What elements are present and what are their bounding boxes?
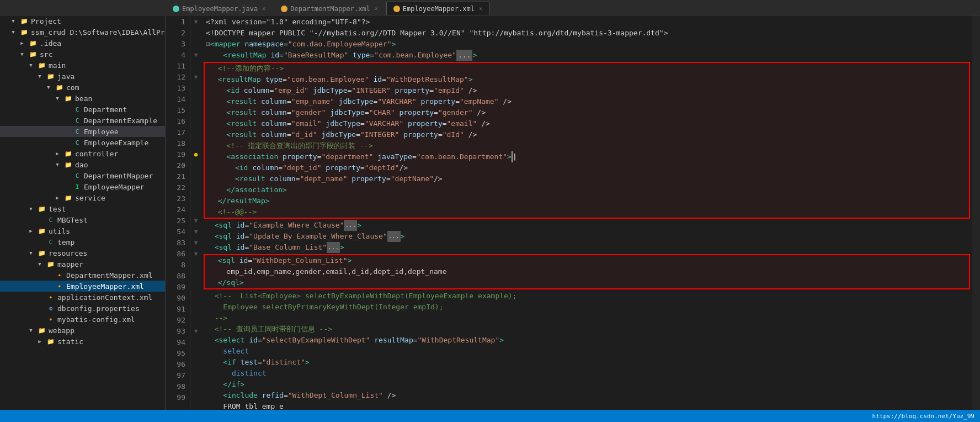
sidebar-item-ssm-crud[interactable]: ▼ 📁 ssm_crud D:\Software\IDEA\AllProject… — [0, 27, 165, 38]
code-text: = — [438, 129, 443, 140]
sidebar-item-dept-mapper-xml[interactable]: 🔸 DepartmentMapper.xml — [0, 270, 165, 281]
tab-employee-mapper-java[interactable]: EmployeeMapper.java × — [166, 2, 273, 15]
sidebar-item-test[interactable]: ▼ 📁 test — [0, 203, 165, 214]
code-text: "selectByExampleWithDept" — [262, 335, 370, 346]
code-text: = — [287, 129, 291, 140]
code-text: > — [340, 242, 344, 253]
sidebar-item-src[interactable]: ▼ 📁 src — [0, 49, 165, 60]
line-numbers: 1 2 3 4 11 12 13 14 15 16 17 18 19 20 21… — [166, 15, 190, 410]
sidebar-item-main[interactable]: ▼ 📁 main — [0, 60, 165, 71]
fold-marker[interactable]: ▼ — [190, 238, 201, 249]
code-text: property — [408, 118, 443, 129]
code-text: "empId" — [434, 85, 464, 96]
sidebar-label-emp-mapper: EmployeeMapper — [84, 183, 145, 191]
code-content[interactable]: <?xml version="1.0" encoding="UTF-8"?> <… — [201, 15, 972, 410]
code-text: = — [360, 162, 365, 173]
sidebar-item-service[interactable]: ▶ 📁 service — [0, 192, 165, 203]
sidebar-item-mapper-folder[interactable]: ▼ 📁 mapper — [0, 259, 165, 270]
sidebar-item-emp-mapper-xml[interactable]: 🔸 EmployeeMapper.xml — [0, 281, 165, 292]
tab-close-icon[interactable]: × — [375, 6, 378, 12]
sidebar-item-dept-mapper[interactable]: C DepartmentMapper — [0, 170, 165, 181]
tab-employee-mapper-xml[interactable]: EmployeeMapper.xml × — [386, 2, 489, 15]
code-text — [239, 85, 244, 96]
code-text: javaType — [377, 151, 412, 162]
code-text — [209, 85, 226, 96]
sidebar-item-utils[interactable]: ▶ 📁 utils — [0, 225, 165, 236]
code-text: property — [395, 85, 430, 96]
code-text: = — [365, 107, 369, 118]
code-text — [206, 335, 215, 346]
sidebar-item-employee-example[interactable]: C EmployeeExample — [0, 137, 165, 148]
sidebar-item-department-example[interactable]: C DepartmentExample — [0, 115, 165, 126]
tab-xml-active-icon — [393, 6, 400, 12]
sidebar-item-mybatis-config[interactable]: 🔸 mybatis-config.xml — [0, 314, 165, 325]
fold-marker[interactable]: ▼ — [190, 249, 201, 260]
sidebar-item-bean[interactable]: ▼ 📁 bean — [0, 93, 165, 104]
code-text: "com.bean.Employee" — [374, 50, 456, 61]
sidebar-item-controller[interactable]: ▶ 📁 controller — [0, 148, 165, 159]
tab-close-icon-active[interactable]: × — [479, 6, 482, 12]
code-text: --> — [206, 313, 227, 324]
code-text: <mapper — [210, 39, 241, 50]
code-text — [308, 85, 313, 96]
code-text — [206, 242, 215, 253]
code-line-97: </if> — [201, 379, 972, 390]
fold-marker[interactable]: ▼ — [190, 50, 201, 61]
sidebar-item-project[interactable]: ▼ 📁 Project — [0, 15, 165, 27]
code-text: </sql> — [218, 277, 244, 288]
sidebar-item-java[interactable]: ▼ 📁 java — [0, 71, 165, 82]
code-text — [399, 129, 403, 140]
triangle-right-icon: ▶ — [53, 193, 62, 202]
code-text — [206, 368, 232, 379]
sidebar-item-employee[interactable]: C Employee — [0, 126, 165, 137]
sidebar-item-temp[interactable]: C temp — [0, 236, 165, 247]
sidebar-item-com[interactable]: ▼ 📁 com — [0, 82, 165, 93]
fold-marker[interactable]: ▼ — [190, 215, 201, 226]
code-text: "emp_id" — [274, 85, 308, 96]
scrollbar-gutter[interactable] — [972, 15, 980, 410]
fold-marker[interactable]: ▼ — [190, 72, 201, 83]
code-text — [395, 107, 400, 118]
sidebar-item-dbconfig[interactable]: ⚙ dbconfig.properties — [0, 303, 165, 314]
sidebar-item-static[interactable]: ▶ 📁 static — [0, 336, 165, 347]
fold-marker[interactable]: ▼ — [190, 326, 201, 337]
code-text — [206, 390, 223, 401]
code-text: /> — [477, 118, 489, 129]
code-text: > — [347, 255, 351, 266]
sidebar-item-department[interactable]: C Department — [0, 104, 165, 115]
code-text: "distinct" — [262, 357, 305, 368]
code-text: "dId" — [443, 129, 464, 140]
folder-icon: 📁 — [64, 193, 73, 202]
code-text: Employee selectByPrimaryKeyWithDept(Inte… — [206, 302, 443, 313]
code-text: = — [244, 220, 249, 231]
tab-close-icon[interactable]: × — [262, 6, 265, 12]
tab-department-mapper-xml[interactable]: DepartmentMapper.xml × — [274, 2, 385, 15]
code-text — [206, 357, 223, 368]
sidebar-item-emp-mapper[interactable]: I EmployeeMapper — [0, 181, 165, 192]
sidebar-item-idea[interactable]: ▶ 📁 .idea — [0, 38, 165, 49]
code-text: column — [261, 129, 287, 140]
code-text — [317, 129, 322, 140]
code-text: "WithDept_Column_List" — [252, 255, 347, 266]
sidebar-label-bean: bean — [75, 94, 92, 103]
code-text — [232, 242, 236, 253]
code-text: "Update_By_Example_Where_Clause" — [249, 231, 387, 242]
code-text — [209, 129, 226, 140]
sidebar-label-app-context: applicationContext.xml — [57, 293, 152, 302]
sidebar-item-resources[interactable]: ▼ 📁 resources — [0, 247, 165, 259]
code-text: "BaseResultMap" — [284, 50, 348, 61]
tab-label: DepartmentMapper.xml — [290, 5, 370, 13]
sidebar-item-webapp[interactable]: ▼ 📁 webapp — [0, 325, 165, 336]
code-text: </association> — [226, 184, 287, 196]
folder-icon: 📁 — [46, 260, 55, 268]
fold-marker[interactable]: ▼ — [190, 17, 201, 28]
sidebar-item-app-context[interactable]: 🔸 applicationContext.xml — [0, 292, 165, 303]
spacer — [62, 182, 71, 191]
code-text: = — [244, 242, 249, 253]
fold-marker[interactable]: ▼ — [190, 226, 201, 238]
code-text: <!-- List<Employee> selectByExampleWithD… — [206, 291, 517, 302]
code-line-24: <!--@@--> — [205, 207, 969, 218]
sidebar-item-mbgtest[interactable]: C MBGTest — [0, 214, 165, 225]
sidebar-item-dao[interactable]: ▼ 📁 dao — [0, 159, 165, 170]
code-line-54: <sql id="Update_By_Example_Where_Clause"… — [201, 231, 972, 242]
